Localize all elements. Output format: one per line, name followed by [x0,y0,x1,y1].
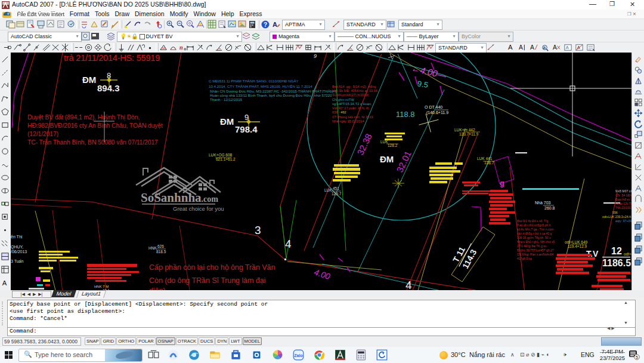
svg-text:Cấp phần còn lại cho hộ ông Tr: Cấp phần còn lại cho hộ ông Trần Văn [149,263,275,272]
svg-text:9 s5 9/07 cấp 9g: 9 s5 9/07 cấp 9g [615,189,631,193]
svg-text:A: A [577,45,580,50]
svg-text:9.5: 9.5 [417,79,429,90]
svg-text:798.4: 798.4 [235,124,258,134]
svg-text:12: 12 [611,246,622,256]
svg-text:A: A [273,21,277,28]
svg-text:Còn (do ông TRần Sĩ Trung làm: Còn (do ông TRần Sĩ Trung làm đại [149,276,265,285]
svg-text:(140.6+11.9: (140.6+11.9 [426,110,448,115]
svg-text:Nhận CN Thg v4: Nhận CN Thg v4 [615,202,631,205]
svg-text:(12/1/2017): (12/1/2017) [27,131,58,137]
svg-text:sô ều Mìn.T gạ - Trìn n.com: sô ều Mìn.T gạ - Trìn n.com [517,227,553,231]
svg-text:A: A [566,45,569,50]
svg-text:818.5: 818.5 [156,250,166,254]
svg-text:A: A [530,44,534,51]
svg-text:556: 556 [612,211,618,214]
svg-text:Nhà 703: Nhà 703 [535,201,551,205]
svg-text:odt+LUK 239.3+24.4+36.2: odt+LUK 239.3+24.4+36.2 [602,215,631,219]
svg-text:119.4+12.9: 119.4+12.9 [568,244,587,248]
svg-text:ĐM: ĐM [380,154,394,164]
svg-text:Duyệt BV đất (894,1 m2), Huỳnh: Duyệt BV đất (894,1 m2), Huỳnh Thị Dòn, [27,114,140,121]
svg-text:aqty .97+09+.29/09: aqty .97+09+.29/09 [615,219,631,223]
svg-text:Bsd 614 .gg ; 9(14 m2), Hđng: Bsd 614 .gg ; 9(14 m2), Hđng [332,85,376,88]
svg-text:451: 451 [333,186,339,190]
svg-text:Nhà s Đhỏ t gh1, NH choi s5: Nhà s Đhỏ t gh1, NH choi s5 [517,240,555,244]
svg-text:HĐ:982/BVĐ/2016 cty An Bình Ch: HĐ:982/BVĐ/2016 cty An Bình Châu, TOÀN d… [27,122,163,129]
svg-text:Nhà ngày 15.01/2014: Nhà ngày 15.01/2014 [332,119,364,123]
svg-text:A: A [519,44,523,51]
svg-text:LUK 441: LUK 441 [477,156,493,161]
svg-text:LUK+OG 608: LUK+OG 608 [209,153,233,157]
svg-text:636 - 462: 636 - 462 [332,110,346,114]
svg-text:P.an dln,nhỏ sл5gn5,ph.h: P.an dln,nhỏ sл5gn5,ph.h [517,223,551,227]
svg-text:odt+LUK 649: odt+LUK 649 [565,240,588,244]
svg-text:TOẠN pn/sft(27),h(2019): TOẠN pn/sft(27),h(2019) [332,93,369,97]
svg-text:894.3: 894.3 [97,83,120,93]
svg-text:CN .54 1Đhg: 2g: CN .54 1Đhg: 2g [615,193,631,197]
svg-text:QHUY,: QHUY, [11,245,23,250]
svg-text:CN ghìn m/TW: CN ghìn m/TW [332,98,355,101]
svg-text:10.4.2014, CTY THÀNH PHÁT, MHS: 10.4.2014, CTY THÀNH PHÁT, MHS 28100, HU… [209,84,312,88]
svg-text:trả 21/11/2014-HS: 55919: trả 21/11/2014-HS: 55919 [64,53,160,63]
svg-text:LUK+m 442: LUK+m 442 [454,128,475,132]
svg-text:CT Phòng Hội trên, Ni 2019: CT Phòng Hội trên, Ni 2019 [332,115,373,119]
svg-text:108.16 gp/m 78g kh .50 v.: 108.16 gp/m 78g kh .50 v. [517,236,551,239]
svg-text:129.7: 129.7 [332,192,342,196]
svg-text:A: A [2,279,7,287]
svg-text:5: 5 [636,355,638,359]
svg-text:ễn Thị: ễn Thị [11,234,23,239]
svg-text:Vdr 90° 17 pvăn .th N. th: Vdr 90° 17 pvăn .th N. th [332,106,369,110]
svg-text:133.7+11.9: 133.7+11.9 [459,132,479,136]
svg-text:Bsd 9/1 4p Đô s số, T/g: Bsd 9/1 4p Đô s số, T/g [517,219,548,223]
svg-text:27/1 4Đ/gi 8ai TK g su: 27/1 4Đ/gi 8ai TK g su [517,244,547,248]
svg-text:A: A [553,44,557,51]
svg-text:vận tr/đh5g.n bờ s ca 40 g: vận tr/đh5g.n bờ s ca 40 g [517,232,552,235]
svg-text:g: g [500,179,504,187]
svg-text:odt+LU: odt+LU [624,252,631,256]
svg-text:626: 626 [157,244,164,248]
svg-text:O DT 440: O DT 440 [425,105,442,109]
svg-text:1186.5: 1186.5 [602,258,631,268]
svg-text:4: 4 [405,279,412,290]
svg-text:Bqst hđ sv 2953: Bqst hđ sv 2953 [615,198,631,201]
svg-text:/06/2013: /06/2013 [11,250,27,254]
svg-text:Văn Sk 9/Đ: 4054.h/c ạy 10.16,: Văn Sk 9/Đ: 4054.h/c ạy 10.16, [332,89,379,93]
svg-text:B//chc 36/75T/Lo/45T gh.27: B//chc 36/75T/Lo/45T gh.27 [517,248,554,252]
svg-text:n: n [179,44,183,51]
svg-text:ĐM: ĐM [220,116,234,127]
svg-text:A: A [508,44,513,51]
svg-text:4: 4 [285,238,292,250]
svg-text:118.8: 118.8 [396,110,415,119]
svg-text:C.MĐ(631.1) PHẠM THÀNH SANG, 0: C.MĐ(631.1) PHẠM THÀNH SANG, 0110/00HĐ N… [209,79,299,83]
svg-text:TC- Trần Thanh Bình, BN 50080: TC- Trần Thanh Bình, BN 50080 văn 07/11/… [27,139,158,146]
svg-text:CN.6/kgc P.an s.an/Nohn64: CN.6/kgc P.an s.an/Nohn64 [517,253,554,256]
svg-text:Zalo: Zalo [294,353,303,358]
svg-text:Hoàn công nhà 133/11 Bình Thạn: Hoàn công nhà 133/11 Bình Thạnh, kp4 cho… [210,93,334,97]
svg-text:260.8: 260.8 [544,206,555,210]
svg-text:?: ? [264,21,267,28]
svg-text:Thanh - 12/12/2015: Thanh - 12/12/2015 [210,97,243,101]
svg-text:ng/14PT/15.3A,T2 q Hoạn,: ng/14PT/15.3A,T2 q Hoạn, [332,102,372,106]
svg-text:Nhận CN Dương Đức Hữu, MS:2238: Nhận CN Dương Đức Hữu, MS:22387;HC -342/… [210,89,337,93]
svg-text:3 Tuấn: 3 Tuấn [11,259,24,263]
svg-text:9: 9 [314,53,317,59]
svg-text:ĐM: ĐM [82,75,96,85]
svg-text:Great choice for you: Great choice for you [173,205,224,212]
svg-text:766 22/2019: 766 22/2019 [615,206,631,210]
svg-text:417g8.5/ca: 417g8.5/ca [517,257,532,260]
svg-text:3: 3 [255,224,261,236]
